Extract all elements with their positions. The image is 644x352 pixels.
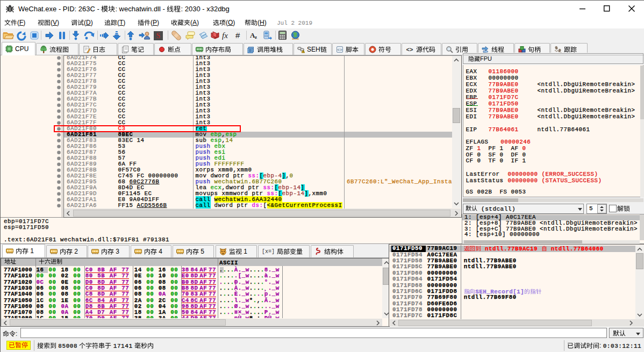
svg-text:<>: <> [337, 47, 342, 52]
svg-text:<>: <> [406, 46, 413, 53]
svg-text:z: z [255, 34, 257, 40]
svg-text:S: S [156, 32, 161, 40]
svg-text:fx: fx [222, 31, 228, 40]
svg-text:#: # [235, 31, 240, 40]
